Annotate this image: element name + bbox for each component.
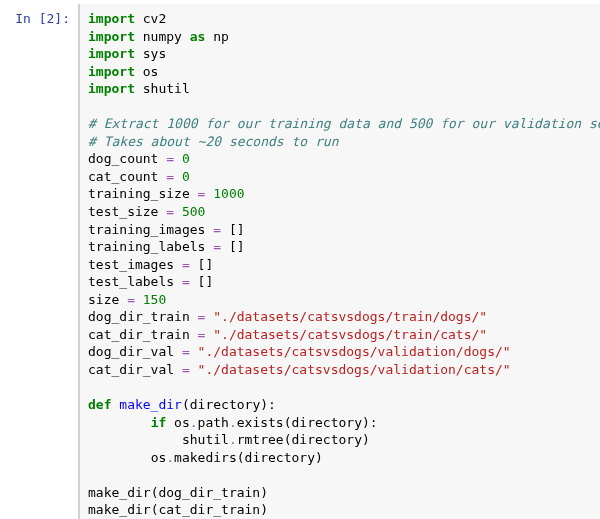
operator-assign: = [190,186,213,201]
operator-assign: = [205,239,228,254]
code-line: make_dir(dog_dir_train) [88,484,592,502]
kw-import: import [88,46,135,61]
code-line: cat_dir_val = "./datasets/catsvsdogs/val… [88,361,592,379]
module-name: shutil [143,81,190,96]
var-name: training_images [88,222,205,237]
code-line: test_labels = [] [88,273,592,291]
id: os [174,415,190,430]
var-name: training_size [88,186,190,201]
operator-assign: = [190,327,213,342]
code-line: import numpy as np [88,28,592,46]
indent [88,432,182,447]
paren: ( [182,397,190,412]
operator-assign: = [119,292,142,307]
number-literal: 500 [182,204,205,219]
operator-assign: = [174,362,197,377]
id: makedirs [174,450,237,465]
blank-line [88,466,592,484]
code-line: if os.path.exists(directory): [88,414,592,432]
comment: # Extract 1000 for our training data and… [88,116,600,131]
id: exists [237,415,284,430]
code-line: training_images = [] [88,221,592,239]
operator-assign: = [174,344,197,359]
code-line: import os [88,63,592,81]
var-name: training_labels [88,239,205,254]
code-line: import cv2 [88,10,592,28]
kw-as: as [190,29,206,44]
operator-assign: = [158,204,181,219]
var-name: size [88,292,119,307]
string-literal: "./datasets/catsvsdogs/validation/dogs/" [198,344,511,359]
blank-line [88,378,592,396]
kw-import: import [88,11,135,26]
string-literal: "./datasets/catsvsdogs/train/cats/" [213,327,487,342]
code-line: dog_dir_val = "./datasets/catsvsdogs/val… [88,343,592,361]
id: dog_dir_train [158,485,260,500]
colon: : [268,397,276,412]
comment: # Takes about ~20 seconds to run [88,134,338,149]
code-line: test_images = [] [88,256,592,274]
paren: ) [260,397,268,412]
paren: ( [284,432,292,447]
empty-list: [] [198,274,214,289]
indent [88,415,151,430]
code-line: dog_count = 0 [88,150,592,168]
kw-if: if [151,415,167,430]
kw-import: import [88,81,135,96]
module-name: os [143,64,159,79]
code-line: dog_dir_train = "./datasets/catsvsdogs/t… [88,308,592,326]
id: directory [245,450,315,465]
notebook-cell: In [2]: import cv2 import numpy as np im… [0,0,600,519]
id: os [151,450,167,465]
code-line: training_size = 1000 [88,185,592,203]
code-line: make_dir(cat_dir_train) [88,501,592,519]
operator-assign: = [205,222,228,237]
dot: . [166,450,174,465]
number-literal: 0 [182,169,190,184]
id: make_dir [88,502,151,517]
code-line: cat_dir_train = "./datasets/catsvsdogs/t… [88,326,592,344]
operator-assign: = [174,257,197,272]
kw-import: import [88,64,135,79]
string-literal: "./datasets/catsvsdogs/validation/cats/" [198,362,511,377]
number-literal: 150 [143,292,166,307]
code-line: # Extract 1000 for our training data and… [88,115,592,133]
var-name: dog_dir_train [88,309,190,324]
number-literal: 1000 [213,186,244,201]
code-line: import shutil [88,80,592,98]
var-name: test_labels [88,274,174,289]
code-input-area[interactable]: import cv2 import numpy as np import sys… [78,4,600,519]
var-name: cat_dir_val [88,362,174,377]
id: shutil [182,432,229,447]
code-line: shutil.rmtree(directory) [88,431,592,449]
code-line: # Takes about ~20 seconds to run [88,133,592,151]
indent [88,450,151,465]
id: directory [292,432,362,447]
kw-import: import [88,29,135,44]
blank-line [88,98,592,116]
operator-assign: = [158,169,181,184]
var-name: cat_count [88,169,158,184]
id: path [198,415,229,430]
code-line: test_size = 500 [88,203,592,221]
dot: . [229,415,237,430]
module-alias: np [213,29,229,44]
module-name: numpy [143,29,182,44]
operator-assign: = [190,309,213,324]
code-line: import sys [88,45,592,63]
input-prompt: In [2]: [0,4,78,28]
code-line: size = 150 [88,291,592,309]
paren: ( [284,415,292,430]
kw-def: def [88,397,111,412]
empty-list: [] [229,239,245,254]
paren: ) [260,502,268,517]
string-literal: "./datasets/catsvsdogs/train/dogs/" [213,309,487,324]
module-name: cv2 [143,11,166,26]
operator-assign: = [174,274,197,289]
empty-list: [] [229,222,245,237]
dot: . [190,415,198,430]
paren: ) [362,432,370,447]
code-line: training_labels = [] [88,238,592,256]
param-name: directory [190,397,260,412]
module-name: sys [143,46,166,61]
